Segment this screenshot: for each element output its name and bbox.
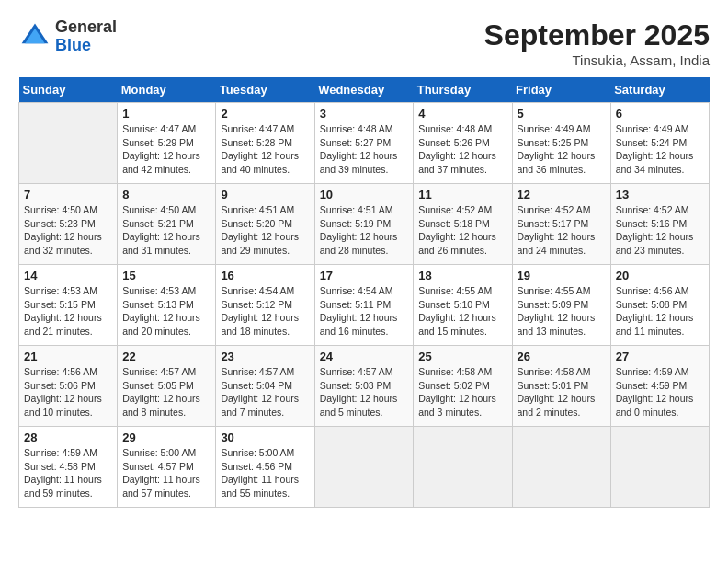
- header-day-friday: Friday: [512, 77, 610, 103]
- logo-icon: [18, 20, 51, 53]
- day-info: Sunrise: 4:55 AMSunset: 5:09 PMDaylight:…: [518, 284, 606, 339]
- day-info: Sunrise: 4:57 AMSunset: 5:05 PMDaylight:…: [122, 365, 210, 419]
- day-cell: [314, 427, 414, 508]
- day-info: Sunrise: 4:51 AMSunset: 5:19 PMDaylight:…: [320, 203, 409, 258]
- day-number: 1: [122, 107, 210, 121]
- day-number: 3: [320, 107, 409, 121]
- day-cell: 1Sunrise: 4:47 AMSunset: 5:29 PMDaylight…: [118, 103, 216, 184]
- location: Tinsukia, Assam, India: [484, 52, 710, 68]
- day-cell: 2Sunrise: 4:47 AMSunset: 5:28 PMDaylight…: [216, 103, 314, 184]
- day-cell: 10Sunrise: 4:51 AMSunset: 5:19 PMDayligh…: [314, 184, 414, 265]
- day-number: 22: [122, 350, 210, 363]
- day-info: Sunrise: 5:00 AMSunset: 4:57 PMDaylight:…: [122, 446, 210, 500]
- day-number: 30: [221, 431, 309, 444]
- day-cell: 16Sunrise: 4:54 AMSunset: 5:12 PMDayligh…: [216, 265, 314, 346]
- day-info: Sunrise: 5:00 AMSunset: 4:56 PMDaylight:…: [221, 446, 309, 500]
- day-cell: 9Sunrise: 4:51 AMSunset: 5:20 PMDaylight…: [216, 184, 314, 265]
- day-cell: 26Sunrise: 4:58 AMSunset: 5:01 PMDayligh…: [512, 346, 610, 427]
- week-row-2: 7Sunrise: 4:50 AMSunset: 5:23 PMDaylight…: [19, 184, 710, 265]
- day-cell: 4Sunrise: 4:48 AMSunset: 5:26 PMDaylight…: [414, 103, 512, 184]
- logo-general: General: [55, 17, 117, 36]
- day-cell: 22Sunrise: 4:57 AMSunset: 5:05 PMDayligh…: [118, 346, 216, 427]
- day-info: Sunrise: 4:50 AMSunset: 5:21 PMDaylight:…: [122, 203, 210, 258]
- day-cell: 30Sunrise: 5:00 AMSunset: 4:56 PMDayligh…: [216, 427, 314, 508]
- day-cell: [414, 427, 512, 508]
- header-day-wednesday: Wednesday: [314, 77, 414, 103]
- day-number: 11: [418, 188, 506, 201]
- week-row-4: 21Sunrise: 4:56 AMSunset: 5:06 PMDayligh…: [19, 346, 710, 427]
- day-cell: 29Sunrise: 5:00 AMSunset: 4:57 PMDayligh…: [118, 427, 216, 508]
- header-day-thursday: Thursday: [414, 77, 512, 103]
- day-number: 5: [518, 107, 606, 121]
- week-row-5: 28Sunrise: 4:59 AMSunset: 4:58 PMDayligh…: [19, 427, 710, 508]
- day-info: Sunrise: 4:51 AMSunset: 5:20 PMDaylight:…: [221, 203, 309, 258]
- logo: General Blue: [18, 18, 117, 55]
- header-day-tuesday: Tuesday: [216, 77, 314, 103]
- day-info: Sunrise: 4:52 AMSunset: 5:17 PMDaylight:…: [518, 203, 606, 258]
- day-info: Sunrise: 4:57 AMSunset: 5:03 PMDaylight:…: [320, 365, 409, 419]
- day-info: Sunrise: 4:54 AMSunset: 5:12 PMDaylight:…: [221, 284, 309, 339]
- day-number: 21: [24, 350, 112, 363]
- day-cell: 12Sunrise: 4:52 AMSunset: 5:17 PMDayligh…: [512, 184, 610, 265]
- day-number: 28: [24, 431, 112, 444]
- day-number: 8: [122, 188, 210, 201]
- day-cell: [19, 103, 118, 184]
- page-header: General Blue September 2025 Tinsukia, As…: [18, 18, 710, 68]
- day-cell: 5Sunrise: 4:49 AMSunset: 5:25 PMDaylight…: [512, 103, 610, 184]
- day-info: Sunrise: 4:56 AMSunset: 5:06 PMDaylight:…: [24, 365, 112, 419]
- day-cell: 11Sunrise: 4:52 AMSunset: 5:18 PMDayligh…: [414, 184, 512, 265]
- week-row-3: 14Sunrise: 4:53 AMSunset: 5:15 PMDayligh…: [19, 265, 710, 346]
- day-number: 23: [221, 350, 309, 363]
- day-info: Sunrise: 4:53 AMSunset: 5:15 PMDaylight:…: [24, 284, 112, 339]
- day-number: 20: [616, 269, 704, 282]
- day-info: Sunrise: 4:50 AMSunset: 5:23 PMDaylight:…: [24, 203, 112, 258]
- day-info: Sunrise: 4:47 AMSunset: 5:28 PMDaylight:…: [221, 122, 309, 177]
- calendar-header: SundayMondayTuesdayWednesdayThursdayFrid…: [19, 77, 710, 103]
- day-info: Sunrise: 4:57 AMSunset: 5:04 PMDaylight:…: [221, 365, 309, 419]
- day-info: Sunrise: 4:59 AMSunset: 4:58 PMDaylight:…: [24, 446, 112, 500]
- day-number: 9: [221, 188, 309, 201]
- header-row: SundayMondayTuesdayWednesdayThursdayFrid…: [19, 77, 710, 103]
- calendar-table: SundayMondayTuesdayWednesdayThursdayFrid…: [18, 77, 710, 508]
- day-cell: 14Sunrise: 4:53 AMSunset: 5:15 PMDayligh…: [19, 265, 118, 346]
- day-number: 13: [616, 188, 704, 201]
- month-title: September 2025: [484, 18, 710, 52]
- day-number: 4: [418, 107, 506, 121]
- day-number: 19: [518, 269, 606, 282]
- day-cell: [610, 427, 709, 508]
- day-cell: 7Sunrise: 4:50 AMSunset: 5:23 PMDaylight…: [19, 184, 118, 265]
- header-day-monday: Monday: [118, 77, 216, 103]
- day-cell: 27Sunrise: 4:59 AMSunset: 4:59 PMDayligh…: [610, 346, 709, 427]
- day-cell: 13Sunrise: 4:52 AMSunset: 5:16 PMDayligh…: [610, 184, 709, 265]
- day-info: Sunrise: 4:52 AMSunset: 5:18 PMDaylight:…: [418, 203, 506, 258]
- logo-blue: Blue: [55, 36, 91, 54]
- week-row-1: 1Sunrise: 4:47 AMSunset: 5:29 PMDaylight…: [19, 103, 710, 184]
- day-number: 27: [616, 350, 704, 363]
- day-info: Sunrise: 4:58 AMSunset: 5:02 PMDaylight:…: [418, 365, 506, 419]
- day-number: 17: [320, 269, 409, 282]
- day-number: 10: [320, 188, 409, 201]
- day-cell: 17Sunrise: 4:54 AMSunset: 5:11 PMDayligh…: [314, 265, 414, 346]
- day-cell: 25Sunrise: 4:58 AMSunset: 5:02 PMDayligh…: [414, 346, 512, 427]
- day-info: Sunrise: 4:54 AMSunset: 5:11 PMDaylight:…: [320, 284, 409, 339]
- day-info: Sunrise: 4:56 AMSunset: 5:08 PMDaylight:…: [616, 284, 704, 339]
- day-info: Sunrise: 4:48 AMSunset: 5:26 PMDaylight:…: [418, 122, 506, 177]
- day-info: Sunrise: 4:48 AMSunset: 5:27 PMDaylight:…: [320, 122, 409, 177]
- day-cell: 18Sunrise: 4:55 AMSunset: 5:10 PMDayligh…: [414, 265, 512, 346]
- day-number: 2: [221, 107, 309, 121]
- day-cell: 20Sunrise: 4:56 AMSunset: 5:08 PMDayligh…: [610, 265, 709, 346]
- day-cell: [512, 427, 610, 508]
- day-number: 14: [24, 269, 112, 282]
- day-number: 15: [122, 269, 210, 282]
- day-cell: 3Sunrise: 4:48 AMSunset: 5:27 PMDaylight…: [314, 103, 414, 184]
- day-info: Sunrise: 4:59 AMSunset: 4:59 PMDaylight:…: [616, 365, 704, 419]
- day-number: 16: [221, 269, 309, 282]
- day-info: Sunrise: 4:58 AMSunset: 5:01 PMDaylight:…: [518, 365, 606, 419]
- day-number: 24: [320, 350, 409, 363]
- day-number: 12: [518, 188, 606, 201]
- day-info: Sunrise: 4:52 AMSunset: 5:16 PMDaylight:…: [616, 203, 704, 258]
- title-block: September 2025 Tinsukia, Assam, India: [484, 18, 710, 68]
- day-cell: 8Sunrise: 4:50 AMSunset: 5:21 PMDaylight…: [118, 184, 216, 265]
- day-info: Sunrise: 4:49 AMSunset: 5:25 PMDaylight:…: [518, 122, 606, 177]
- day-number: 6: [616, 107, 704, 121]
